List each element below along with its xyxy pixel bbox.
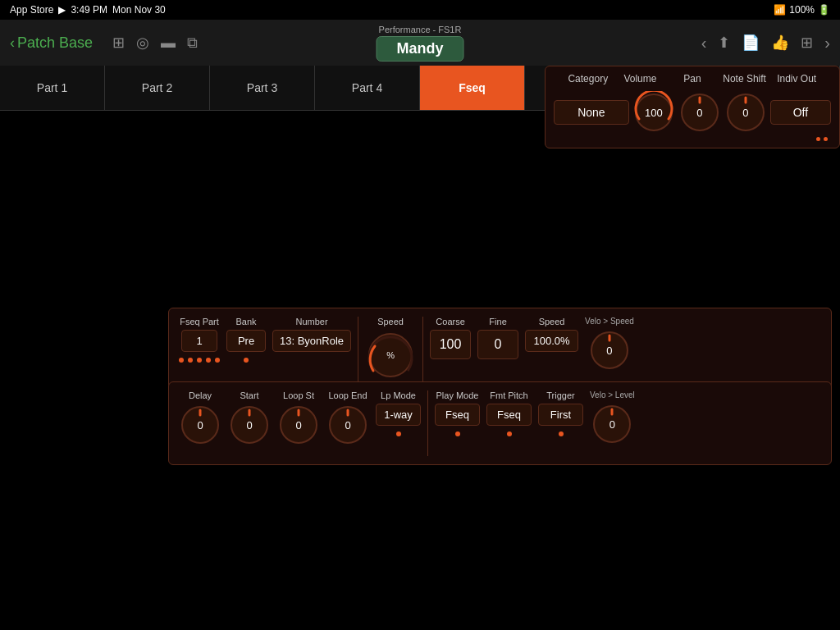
keyboard-icon[interactable]: ▬ [161,34,176,52]
play-mode-dot [455,431,460,436]
velo-level-label: Velo > Level [590,390,635,399]
nav-next-icon[interactable]: › [824,34,830,52]
speed-left-group: Speed % [365,317,416,381]
delay-group: Delay 0 [179,390,221,446]
header-pan: Pan [666,73,719,84]
play-mode-value[interactable]: Fseq [435,404,480,426]
fine-value[interactable]: 0 [477,330,518,359]
fmt-pitch-dot [507,431,512,436]
pan-knob-group: 0 [678,91,721,134]
status-left: App Store ▶ 3:49 PM Mon Nov 30 [10,4,166,16]
divider-1 [358,317,358,382]
velo-speed-group: Velo > Speed 0 [585,317,634,372]
velo-speed-knob[interactable]: 0 [588,329,631,372]
header-indiv-out: Indiv Out [770,73,823,84]
coarse-value[interactable]: 100 [430,330,471,359]
start-group: Start 0 [228,390,271,446]
coarse-group: Coarse 100 [430,317,471,359]
velo-level-knob[interactable]: 0 [591,403,633,445]
nav-prev-icon[interactable]: ‹ [701,34,707,52]
speed-left-label: Speed [377,317,404,326]
fseq-bottom-panel-inner: Delay 0 Start 0 [168,381,832,465]
fseq-part-value[interactable]: 1 [181,330,217,352]
volume-knob[interactable]: 100 [632,91,675,134]
battery-label: 100% [789,4,815,16]
header-category: Category [562,73,614,84]
loop-end-knob[interactable]: 0 [326,404,369,446]
fmt-pitch-value[interactable]: Fseq [486,404,532,426]
note-shift-knob[interactable]: 0 [724,91,767,134]
dot-1 [816,137,820,141]
lp-mode-value[interactable]: 1-way [376,404,421,426]
right-panel-header: Category Volume Pan Note Shift Indiv Out [554,73,831,84]
lp-mode-group: Lp Mode 1-way [376,390,421,436]
category-dropdown[interactable]: None [554,100,629,125]
new-icon[interactable]: 📄 [742,34,760,52]
share-icon[interactable]: ⊞ [801,34,813,52]
back-chevron-icon: ‹ [10,34,15,52]
velo-level-value: 0 [609,418,615,431]
velo-speed-value: 0 [606,345,612,357]
speed-right-value[interactable]: 100.0% [525,330,578,352]
lp-mode-label: Lp Mode [381,390,416,400]
fseq-dot-5 [215,358,220,363]
start-value: 0 [246,419,252,431]
back-button[interactable]: ‹ Patch Base [10,34,93,52]
trigger-value[interactable]: First [538,404,583,426]
browse-icon[interactable]: ◎ [136,34,149,52]
pan-value: 0 [696,107,702,119]
speed-right-group: Speed 100.0% [525,317,578,352]
fseq-part-group: Fseq Part 1 [179,317,220,363]
fseq-dot-4 [206,358,211,363]
fine-label: Fine [489,317,506,326]
bottom-panel-row: Delay 0 Start 0 [179,390,821,456]
fseq-dot-3 [197,358,202,363]
tab-part3[interactable]: Part 3 [210,66,315,110]
number-value[interactable]: 13: ByonRole [272,330,351,352]
performance-name[interactable]: Mandy [376,36,463,62]
tab-part4[interactable]: Part 4 [315,66,420,110]
note-shift-value: 0 [742,107,748,119]
velo-speed-label: Velo > Speed [585,317,634,326]
volume-knob-group: 100 [632,91,675,134]
store-label: App Store [10,4,53,16]
bank-value[interactable]: Pre [226,330,266,352]
number-label: Number [295,317,327,326]
status-right: 📶 100% 🔋 [774,4,830,16]
trigger-label: Trigger [546,390,574,400]
fmt-pitch-group: Fmt Pitch Fseq [486,390,532,436]
tab-part2[interactable]: Part 2 [105,66,210,110]
header-note-shift: Note Shift [719,73,771,84]
volume-value: 100 [645,107,663,119]
bank-group: Bank Pre [226,317,266,363]
speed-left-knob[interactable]: % [365,330,416,381]
status-bar: App Store ▶ 3:49 PM Mon Nov 30 📶 100% 🔋 [0,0,840,20]
pan-knob[interactable]: 0 [678,91,721,134]
fseq-dot-2 [188,358,193,363]
loop-end-label: Loop End [328,390,367,400]
loop-st-label: Loop St [283,390,314,400]
dot-2 [824,137,828,141]
tab-fseq[interactable]: Fseq [420,66,525,110]
loop-st-value: 0 [295,419,301,431]
fmt-pitch-label: Fmt Pitch [490,390,527,400]
layout-icon[interactable]: ⊞ [112,34,125,52]
battery-icon: 🔋 [818,4,830,16]
wifi-icon: ▶ [58,4,66,16]
compare-icon[interactable]: 👍 [771,34,789,52]
loop-st-knob[interactable]: 0 [277,404,320,446]
nav-left: ‹ Patch Base ⊞ ◎ ▬ ⧉ [10,34,198,52]
copy-icon[interactable]: ⧉ [187,34,198,52]
tab-part1[interactable]: Part 1 [0,66,105,110]
send-icon[interactable]: ⬆ [718,34,730,52]
loop-end-value: 0 [345,419,350,431]
fseq-dot-1 [179,358,184,363]
bottom-divider [427,390,428,456]
delay-knob[interactable]: 0 [179,404,221,446]
fine-group: Fine 0 [477,317,518,359]
trigger-dot [559,431,564,436]
start-knob[interactable]: 0 [228,404,271,446]
indiv-out-control[interactable]: Off [770,100,831,125]
start-label: Start [240,390,258,400]
time-label: 3:49 PM [71,4,107,16]
